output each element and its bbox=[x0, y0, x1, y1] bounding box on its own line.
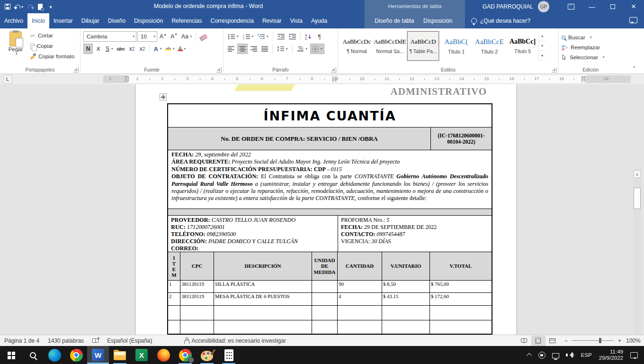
tab-dibujar[interactable]: Dibujar bbox=[77, 13, 104, 28]
styles-gallery-more-icon[interactable]: ▼ bbox=[539, 51, 546, 61]
shrink-font-button[interactable]: A▼ bbox=[169, 31, 179, 42]
taskbar-calculator[interactable] bbox=[218, 346, 240, 364]
text-effects-button[interactable]: A▾ bbox=[152, 44, 163, 54]
align-center-button[interactable] bbox=[237, 44, 248, 54]
numbering-button[interactable]: 123▾ bbox=[242, 31, 255, 42]
tab-inicio[interactable]: Inicio bbox=[27, 13, 49, 28]
style-titulo-2[interactable]: AaBbCcETítulo 2 bbox=[474, 31, 505, 61]
feedback-bubble-icon[interactable] bbox=[629, 17, 637, 23]
vertical-scrollbar[interactable]: ▲ ▼ bbox=[633, 169, 641, 335]
font-color-button[interactable]: A▾ bbox=[177, 44, 188, 54]
tab-stop-selector[interactable]: L bbox=[3, 75, 12, 83]
paste-button[interactable]: Pegar ▾ bbox=[3, 30, 28, 62]
grow-font-button[interactable]: A▲ bbox=[158, 31, 168, 42]
tab-disposicion-tabla[interactable]: Disposición bbox=[419, 13, 456, 28]
language-badge[interactable]: ESP bbox=[578, 346, 595, 364]
action-center-icon[interactable] bbox=[627, 346, 641, 364]
proofing-icon[interactable] bbox=[88, 335, 103, 346]
taskbar-firefox[interactable] bbox=[152, 346, 174, 364]
tab-vista[interactable]: Vista bbox=[286, 13, 307, 28]
network-icon[interactable] bbox=[549, 346, 563, 364]
align-left-button[interactable] bbox=[226, 44, 236, 54]
justify-button[interactable] bbox=[260, 44, 269, 54]
underline-button[interactable]: S▾ bbox=[104, 44, 115, 54]
close-icon[interactable]: × bbox=[623, 0, 644, 13]
format-painter-button[interactable]: Copiar formato bbox=[28, 51, 76, 62]
borders-button[interactable]: ▾ bbox=[310, 44, 324, 54]
sort-button[interactable]: AZ bbox=[304, 31, 313, 42]
save-icon[interactable] bbox=[5, 2, 10, 11]
scrollbar-thumb[interactable] bbox=[634, 188, 641, 209]
zoom-slider[interactable] bbox=[572, 340, 614, 341]
tab-ayuda[interactable]: Ayuda bbox=[307, 13, 331, 28]
bullets-button[interactable]: ▾ bbox=[226, 31, 240, 42]
replace-button[interactable]: abacReemplazar bbox=[562, 42, 621, 52]
align-right-button[interactable] bbox=[249, 44, 259, 54]
line-spacing-button[interactable]: ▾ bbox=[276, 44, 289, 54]
undo-icon[interactable]: ▾ bbox=[15, 2, 23, 11]
tab-revisar[interactable]: Revisar bbox=[258, 13, 286, 28]
shading-button[interactable]: ▾ bbox=[295, 44, 309, 54]
style-titulo-1[interactable]: AaBbC(Título 1 bbox=[440, 31, 472, 61]
zoom-level[interactable]: 100% bbox=[626, 337, 644, 344]
collapse-ribbon-icon[interactable]: ⌃ bbox=[632, 65, 636, 72]
meet-now-icon[interactable] bbox=[535, 346, 549, 364]
print-layout-icon[interactable] bbox=[531, 336, 546, 346]
tab-archivo[interactable]: Archivo bbox=[0, 13, 27, 28]
subscript-button[interactable]: x2 bbox=[127, 44, 136, 54]
multilevel-list-button[interactable]: ▾ bbox=[256, 31, 270, 42]
tab-disposicion[interactable]: Disposición bbox=[130, 13, 167, 28]
style-titulo-5[interactable]: AaBbCc]Título 5 bbox=[507, 31, 538, 61]
redo-icon[interactable] bbox=[28, 2, 33, 11]
volume-icon[interactable] bbox=[563, 346, 578, 364]
superscript-button[interactable]: x2 bbox=[137, 44, 147, 54]
document-canvas[interactable]: ADMINISTRATIVO ÍNFIMA CUANTÍA No. DE ORD… bbox=[0, 84, 644, 335]
zoom-out-icon[interactable]: − bbox=[564, 337, 568, 344]
paragraph-dialog-launcher[interactable] bbox=[331, 67, 336, 73]
styles-dialog-launcher[interactable] bbox=[552, 67, 557, 73]
start-button[interactable] bbox=[0, 346, 22, 364]
font-dialog-launcher[interactable] bbox=[216, 67, 222, 73]
clock[interactable]: 11:49 29/9/2022 bbox=[595, 349, 627, 361]
tab-referencias[interactable]: Referencias bbox=[167, 13, 206, 28]
taskbar-file-explorer[interactable] bbox=[109, 346, 131, 364]
document-page[interactable]: ADMINISTRATIVO ÍNFIMA CUANTÍA No. DE ORD… bbox=[136, 84, 516, 335]
taskbar-word[interactable]: W bbox=[87, 346, 109, 364]
avatar[interactable]: GP bbox=[538, 1, 549, 12]
tab-diseno[interactable]: Diseño bbox=[104, 13, 130, 28]
highlight-color-button[interactable]: ab▾ bbox=[164, 44, 176, 54]
restore-icon[interactable] bbox=[602, 0, 623, 13]
right-indent-marker[interactable] bbox=[581, 78, 586, 83]
strikethrough-button[interactable]: abc bbox=[116, 44, 126, 54]
zoom-in-icon[interactable]: + bbox=[618, 337, 621, 344]
customize-qat-icon[interactable]: ▾ bbox=[47, 4, 54, 9]
taskbar-excel[interactable]: X bbox=[131, 346, 152, 364]
increase-indent-button[interactable] bbox=[287, 31, 297, 42]
horizontal-ruler[interactable]: 1 19 123456789101112131415161718 bbox=[103, 75, 631, 83]
word-count[interactable]: 1430 palabras bbox=[44, 335, 88, 346]
styles-scroll-down-icon[interactable]: ▼ bbox=[539, 41, 546, 51]
page-indicator[interactable]: Página 1 de 4 bbox=[0, 335, 44, 346]
minimize-icon[interactable]: — bbox=[581, 0, 602, 13]
bold-button[interactable]: N bbox=[83, 44, 93, 54]
font-size-combo[interactable]: 10▾ bbox=[137, 31, 157, 42]
account-name[interactable]: GAD PARROQUIAL bbox=[483, 3, 533, 10]
clear-formatting-button[interactable] bbox=[198, 31, 208, 42]
web-layout-icon[interactable] bbox=[546, 336, 560, 346]
ribbon-display-options-icon[interactable] bbox=[561, 0, 581, 13]
style-normal-sa[interactable]: AaBbCcDdENormal Sa... bbox=[374, 31, 406, 61]
accessibility-status[interactable]: Accesibilidad: es necesario investigar bbox=[179, 335, 290, 346]
read-mode-icon[interactable] bbox=[517, 336, 531, 346]
taskbar-chrome[interactable] bbox=[65, 346, 87, 364]
taskbar-edge[interactable] bbox=[44, 346, 65, 364]
decrease-indent-button[interactable] bbox=[276, 31, 286, 42]
language-indicator[interactable]: Español (España) bbox=[103, 335, 156, 346]
table-move-handle-icon[interactable] bbox=[160, 93, 167, 100]
taskbar-paint[interactable] bbox=[196, 346, 218, 364]
cut-button[interactable]: ✂Cortar bbox=[28, 30, 76, 41]
show-hidden-icons[interactable] bbox=[525, 346, 535, 364]
select-button[interactable]: Seleccionar▾ bbox=[562, 52, 621, 62]
tab-diseno-de-tabla[interactable]: Diseño de tabla bbox=[370, 13, 418, 28]
tell-me-search[interactable]: ¿Qué desea hacer? bbox=[471, 13, 530, 28]
tab-correspondencia[interactable]: Correspondencia bbox=[206, 13, 258, 28]
